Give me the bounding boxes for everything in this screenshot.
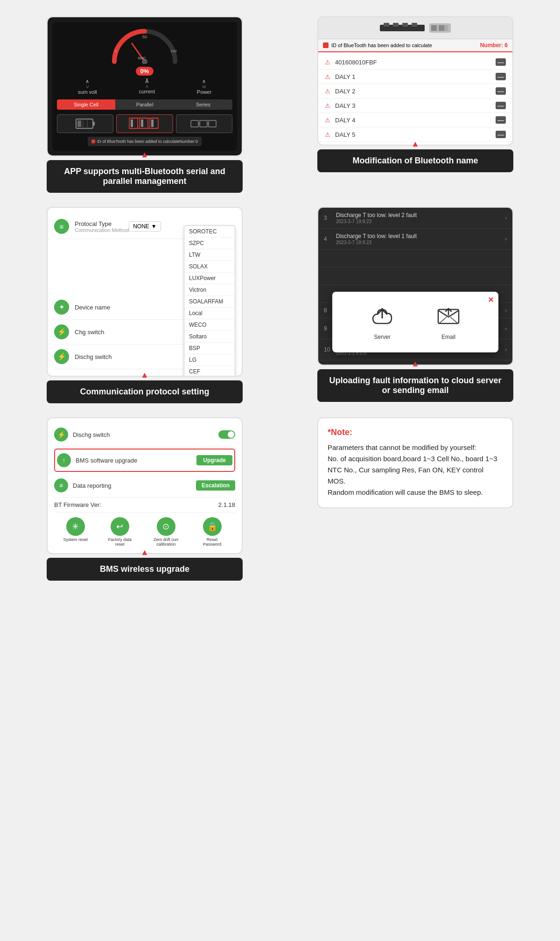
p2-minus-0[interactable]: —: [496, 58, 506, 66]
bt-number: Number:0: [180, 139, 198, 144]
caption-fault-upload: Uploading fault information to cloud ser…: [317, 369, 513, 402]
p2-number: Number: 6: [480, 42, 508, 49]
p4-chevron-1: ›: [505, 236, 507, 242]
bt-info-text: ID of BlueTooth has been added to calcul…: [97, 139, 180, 144]
dropdown-lg[interactable]: LG: [184, 354, 235, 366]
p5-reset-password-label: Reset Password: [198, 537, 226, 547]
svg-rect-28: [412, 23, 417, 27]
dropdown-bsp[interactable]: BSP: [184, 343, 235, 354]
tab-parallel[interactable]: Parallel: [115, 99, 174, 110]
svg-text:SOC: SOC: [138, 56, 146, 60]
panel6-body: *Note: Parameters that cannot be modifie…: [318, 418, 512, 507]
toggle-thumb: [228, 431, 234, 438]
svg-rect-25: [384, 23, 389, 27]
dropdown-local[interactable]: Local: [184, 308, 235, 319]
batt-single: [57, 114, 113, 133]
tab-single-cell[interactable]: Single Cell: [57, 99, 115, 110]
cell-multi-bluetooth: 50 0 100 SOC 0% ∧ V sum volt: [9, 9, 280, 200]
power-icon: ∧: [197, 78, 211, 84]
panel6-card: *Note: Parameters that cannot be modifie…: [317, 417, 513, 508]
dropdown-soltaro[interactable]: Soltaro: [184, 331, 235, 343]
p3-protocol-dropdown[interactable]: NONE ▼: [129, 221, 161, 232]
dropdown-soalarfam[interactable]: SOALARFAM: [184, 296, 235, 308]
p5-zero-drift[interactable]: ⊙ Zero drift curr calibration: [152, 517, 180, 547]
p2-minus-4[interactable]: —: [496, 116, 506, 124]
dropdown-sorotec[interactable]: SOROTEC: [184, 226, 235, 238]
svg-rect-32: [444, 25, 448, 31]
p3-comm-method-label: Communication Method: [75, 227, 129, 233]
cell-bms-upgrade: ⚡ Dischg switch ↑ BMS software upgrade U…: [9, 410, 280, 588]
p5-data-report-label: Data reporting: [73, 482, 196, 489]
p2-warning-icon-3: ⚠: [325, 102, 330, 109]
svg-rect-8: [77, 120, 81, 127]
p4-chevron-0: ›: [505, 215, 507, 221]
p5-dischg-icon: ⚡: [54, 428, 68, 442]
dropdown-luxpower[interactable]: LUXPower: [184, 273, 235, 284]
connector-svg-right: [428, 21, 452, 35]
gauge-circle: 50 0 100 SOC: [107, 27, 182, 64]
dropdown-szpc[interactable]: SZPC: [184, 238, 235, 249]
p5-upgrade-button[interactable]: Upgrade: [196, 455, 232, 465]
dropdown-cef[interactable]: CEF: [184, 366, 235, 377]
power-label: Power: [197, 89, 211, 95]
tab-series[interactable]: Series: [174, 99, 232, 110]
tab-row: Single Cell Parallel Series: [57, 99, 232, 110]
p4-email-label: Email: [434, 334, 462, 340]
p5-dischg-toggle[interactable]: [218, 430, 235, 439]
p4-close-icon[interactable]: ✕: [488, 295, 494, 304]
p4-email-icon: [434, 304, 462, 332]
p5-data-report-icon: ≡: [54, 478, 68, 492]
p4-item-1: 4 Discharge T too low: level 1 fault 202…: [318, 229, 512, 250]
p4-date-1: 2023-3-7 19:8:23: [336, 240, 501, 245]
p4-server-icon: [368, 304, 396, 332]
p4-text-0: Discharge T too low: level 2 fault 2023-…: [336, 212, 501, 224]
p2-minus-1[interactable]: —: [496, 73, 506, 80]
caption-bluetooth-name: Modification of Bluetooth name: [317, 149, 513, 172]
dropdown-solax[interactable]: SOLAX: [184, 261, 235, 273]
p6-note-text: Parameters that cannot be modified by yo…: [328, 442, 503, 498]
battery-row: [57, 114, 232, 133]
panel4-card: 3 Discharge T too low: level 2 fault 202…: [317, 207, 513, 365]
svg-rect-12: [140, 118, 148, 128]
bt-dot-icon: [91, 140, 95, 143]
p2-header-text: ID of BlueTooth has been added to calcul…: [331, 42, 432, 48]
p5-factory-reset[interactable]: ↩ Factory data reset: [106, 517, 134, 547]
p3-bluetooth-icon: ✦: [54, 300, 69, 315]
p4-chevron-5: ›: [505, 307, 507, 314]
p2-minus-5[interactable]: —: [496, 131, 506, 138]
p2-warning-icon-1: ⚠: [325, 73, 330, 80]
p5-zero-drift-label: Zero drift curr calibration: [152, 537, 180, 547]
dropdown-victron[interactable]: Victron: [184, 284, 235, 296]
dropdown-ltw[interactable]: LTW: [184, 249, 235, 261]
p3-protocol-value: NONE: [133, 223, 149, 230]
p2-warning-icon-0: ⚠: [325, 59, 330, 66]
svg-text:100: 100: [170, 49, 177, 53]
p2-minus-3[interactable]: —: [496, 102, 506, 109]
p4-num-7: 10: [324, 346, 332, 353]
p4-item-3: [318, 267, 512, 285]
p5-system-reset-label: System reset: [63, 537, 88, 542]
p4-email-option[interactable]: Email: [434, 304, 462, 340]
p2-item-name-1: DALY 1: [335, 73, 496, 80]
p5-reset-password-icon: 🔒: [203, 517, 222, 536]
p2-red-icon: [323, 42, 329, 48]
p3-chevron-down-icon: ▼: [151, 223, 157, 230]
p4-upload-overlay: ✕ Server: [332, 292, 498, 352]
p2-minus-2[interactable]: —: [496, 87, 506, 95]
batt-parallel: [116, 114, 173, 133]
p5-reset-password[interactable]: 🔒 Reset Password: [198, 517, 226, 547]
p5-factory-reset-icon: ↩: [111, 517, 129, 536]
p2-add-label: ID of BlueTooth has been added to calcul…: [323, 42, 432, 48]
p4-title-0: Discharge T too low: level 2 fault: [336, 212, 501, 218]
soc-badge: 0%: [136, 67, 154, 76]
connector-svg-left: [379, 21, 426, 35]
p2-item-4: ⚠ DALY 4 —: [318, 113, 512, 127]
p5-escalation-button[interactable]: Escalation: [196, 480, 235, 491]
svg-rect-11: [129, 118, 138, 128]
bt-info-left: ID of BlueTooth has been added to calcul…: [91, 139, 180, 144]
p4-server-option[interactable]: Server: [368, 304, 396, 340]
dropdown-weco[interactable]: WECO: [184, 319, 235, 331]
panel1-inner: 50 0 100 SOC 0% ∧ V sum volt: [48, 17, 242, 155]
panel5-card: ⚡ Dischg switch ↑ BMS software upgrade U…: [47, 417, 243, 554]
p5-system-reset[interactable]: ✳ System reset: [63, 517, 88, 547]
